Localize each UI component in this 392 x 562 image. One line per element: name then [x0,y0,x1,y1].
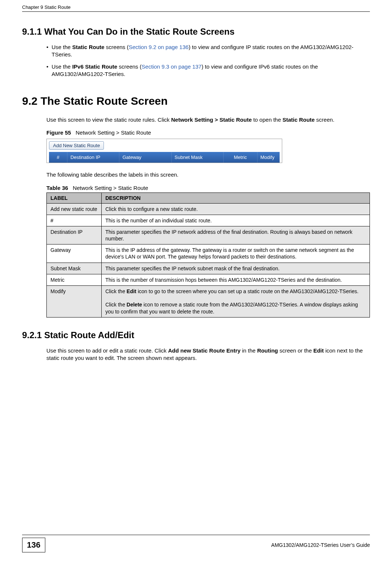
text: to open the [252,117,282,123]
text: screen or the [278,347,314,354]
th-label: LABEL [47,192,102,203]
heading-9-1-1: 9.1.1 What You Can Do in the Static Rout… [22,27,370,37]
text: Use the [52,63,72,70]
text: Click the [105,288,127,294]
text: Use this screen to add or edit a static … [46,347,168,354]
col-header-gateway[interactable]: Gateway [119,152,171,163]
col-header-hash[interactable]: # [49,152,67,163]
text-bold: Add new Static Route Entry [168,347,241,354]
bullet-list-9-1-1: • Use the Static Route screens (Section … [46,44,370,78]
bullet-icon: • [46,63,52,70]
col-header-modify[interactable]: Modify [258,152,280,163]
paragraph: The following table describes the labels… [46,171,370,178]
table-row: Modify Click the Edit icon to go to the … [47,286,370,318]
add-new-static-route-button[interactable]: Add New Static Route [49,141,104,150]
text: Use the [52,44,72,50]
paragraph: Use this screen to add or edit a static … [46,347,370,362]
cell-desc: Click this to configure a new static rou… [102,203,370,215]
text-bold: Static Route [283,117,315,123]
table-label: Table 36 [46,185,68,191]
cell-label: Metric [47,274,102,285]
bullet-text: Use the IPv6 Static Route screens (Secti… [52,63,370,78]
table-36: LABEL DESCRIPTION Add new static route C… [46,192,370,318]
text: screens ( [104,44,129,50]
figure-caption: Figure 55 Network Setting > Static Route [46,129,370,136]
cell-label: Subnet Mask [47,263,102,274]
table-caption: Table 36 Network Setting > Static Route [46,185,370,191]
cell-label: Modify [47,286,102,318]
bullet-text: Use the Static Route screens (Section 9.… [52,44,370,59]
text: screen. [315,117,334,123]
table-row: Metric This is the number of transmissio… [47,274,370,285]
text-bold: Delete [127,302,142,308]
list-item: • Use the IPv6 Static Route screens (Sec… [46,63,370,78]
guide-name: AMG1302/AMG1202-TSeries User’s Guide [271,542,370,548]
col-header-subnet-mask[interactable]: Subnet Mask [172,152,224,163]
text-bold: Static Route [72,44,105,50]
cell-desc: This is the number of transmission hops … [102,274,370,285]
table-title: Network Setting > Static Route [73,185,148,191]
table-row: # This is the number of an individual st… [47,215,370,226]
figure-55: Add New Static Route # Destination IP Ga… [46,139,282,163]
heading-9-2-1: 9.2.1 Static Route Add/Edit [22,330,370,340]
cell-desc: This parameter specifies the IP network … [102,226,370,244]
text-bold: Network Setting > Static Route [171,117,252,123]
cell-desc: This parameter specifies the IP network … [102,263,370,274]
table-row: Destination IP This parameter specifies … [47,226,370,244]
paragraph: Use this screen to view the static route… [46,116,370,124]
text: Click the [105,302,127,308]
heading-9-2: 9.2 The Static Route Screen [22,95,370,107]
col-header-metric[interactable]: Metric [224,152,258,163]
text: in the [241,347,257,354]
table-row: Subnet Mask This parameter specifies the… [47,263,370,274]
cell-label: Add new static route [47,203,102,215]
page-footer: 136 AMG1302/AMG1202-TSeries User’s Guide [0,535,392,552]
text: icon to remove a static route from the A… [105,302,358,314]
figure-label: Figure 55 [46,129,71,136]
cell-label: Gateway [47,244,102,263]
table-row: Gateway This is the IP address of the ga… [47,244,370,263]
th-description: DESCRIPTION [102,192,370,203]
list-item: • Use the Static Route screens (Section … [46,44,370,59]
table-row: Add new static route Click this to confi… [47,203,370,215]
text: Use this screen to view the static route… [46,117,171,123]
cell-label: Destination IP [47,226,102,244]
figure-column-header: # Destination IP Gateway Subnet Mask Met… [49,152,280,163]
bullet-icon: • [46,44,52,51]
running-header: Chapter 9 Static Route [22,0,370,12]
xref-link[interactable]: Section 9.2 on page 136 [129,44,189,50]
cell-label: # [47,215,102,226]
col-header-destination-ip[interactable]: Destination IP [67,152,119,163]
page-number: 136 [22,538,45,552]
cell-desc: Click the Edit icon to go to the screen … [102,286,370,318]
text-bold: Edit [313,347,323,354]
figure-title: Network Setting > Static Route [76,129,151,136]
text-bold: IPv6 Static Route [72,63,118,70]
text: screens ( [117,63,141,70]
xref-link[interactable]: Section 9.3 on page 137 [141,63,202,70]
text: icon to go to the screen where you can s… [136,288,358,294]
cell-desc: This is the number of an individual stat… [102,215,370,226]
text-bold: Routing [257,347,278,354]
cell-desc: This is the IP address of the gateway. T… [102,244,370,263]
text-bold: Edit [127,288,136,294]
